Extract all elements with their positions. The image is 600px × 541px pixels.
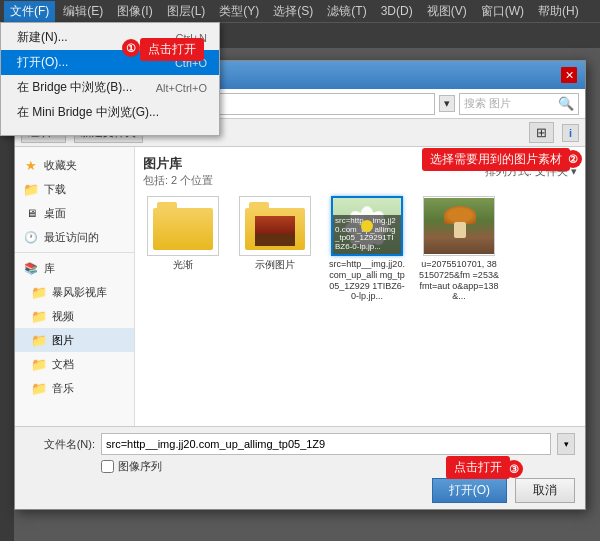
folder1-art [153,202,213,250]
annotation-3-label: 点击打开 [446,456,510,479]
sidebar-item-recent[interactable]: 🕐 最近访问的 [15,225,134,249]
menu-item-image[interactable]: 图像(I) [111,1,158,22]
search-icon: 🔍 [558,96,574,111]
annotation-2-label: 选择需要用到的图片素材 [422,148,570,171]
docs-icon: 📁 [31,356,47,372]
dialog-body: ★ 收藏夹 📁 下载 🖥 桌面 🕐 最近访问的 📚 库 📁 [15,147,585,426]
favorites-icon: ★ [23,157,39,173]
desktop-icon: 🖥 [23,205,39,221]
sidebar-item-desktop[interactable]: 🖥 桌面 [15,201,134,225]
folder2-label: 示例图片 [255,259,295,271]
annotation-1-label: 点击打开 [140,38,204,61]
sidebar-item-docs[interactable]: 📁 文档 [15,352,134,376]
menu-open-recent[interactable] [1,125,219,133]
flower-label: src=http__img.jj20.com_up_alli mg_tp05_1… [327,259,407,302]
cancel-button[interactable]: 取消 [515,478,575,503]
filename-label: 文件名(N): [25,437,95,452]
file-grid: 光渐 示例 [143,196,577,302]
menu-bridge[interactable]: 在 Bridge 中浏览(B)... Alt+Ctrl+O [1,75,219,100]
image-sequence-checkbox[interactable] [101,460,114,473]
menu-item-filter[interactable]: 滤镜(T) [321,1,372,22]
library-subtitle: 包括: 2 个位置 [143,173,213,188]
menu-bar: 文件(F) 编辑(E) 图像(I) 图层(L) 类型(Y) 选择(S) 滤镜(T… [0,0,600,22]
checkbox-label: 图像序列 [118,459,162,474]
dialog-close-button[interactable]: ✕ [561,67,577,83]
file-item-flower[interactable]: src=http__img.jj20.com_up_allimg_tp05_1Z… [327,196,407,302]
mushroom-label: u=2075510701, 385150725&fm =253&fmt=aut … [419,259,499,302]
search-box[interactable]: 搜索 图片 🔍 [459,93,579,115]
sidebar-item-library[interactable]: 📚 库 [15,256,134,280]
menu-item-3d[interactable]: 3D(D) [375,2,419,20]
action-buttons: 打开(O) 取消 [25,478,575,503]
menu-item-edit[interactable]: 编辑(E) [57,1,109,22]
folder1-thumb [147,196,219,256]
filename-dropdown-button[interactable]: ▾ [557,433,575,455]
file-item-folder1[interactable]: 光渐 [143,196,223,302]
menu-item-type[interactable]: 类型(Y) [213,1,265,22]
info-button[interactable]: i [562,124,579,142]
folder1-label: 光渐 [173,259,193,271]
dialog-sidebar: ★ 收藏夹 📁 下载 🖥 桌面 🕐 最近访问的 📚 库 📁 [15,147,135,426]
menu-item-layer[interactable]: 图层(L) [161,1,212,22]
music-icon: 📁 [31,380,47,396]
folder2-thumb [239,196,311,256]
sidebar-item-music[interactable]: 📁 音乐 [15,376,134,400]
mushroom-art [424,198,494,254]
sidebar-divider [15,252,134,253]
baofeng-icon: 📁 [31,284,47,300]
mushroom-thumb [423,196,495,256]
folder1-body [153,208,213,250]
address-dropdown-button[interactable]: ▾ [439,95,455,112]
menu-item-view[interactable]: 视图(V) [421,1,473,22]
folder2-tab [249,202,269,210]
video-icon: 📁 [31,308,47,324]
file-item-folder2[interactable]: 示例图片 [235,196,315,302]
library-title: 图片库 [143,155,213,173]
sidebar-item-downloads[interactable]: 📁 下载 [15,177,134,201]
flower-thumb: src=http__img.jj20.com_up_allimg_tp05_1Z… [331,196,403,256]
file-item-mushroom[interactable]: u=2075510701, 385150725&fm =253&fmt=aut … [419,196,499,302]
menu-mini-bridge[interactable]: 在 Mini Bridge 中浏览(G)... [1,100,219,125]
annotation-circle-1: ① [122,39,140,57]
annotation-circle-2: ② [564,150,582,168]
view-toggle-button[interactable]: ⊞ [529,122,554,143]
sidebar-item-baofeng[interactable]: 📁 暴风影视库 [15,280,134,304]
sidebar-item-pictures[interactable]: 📁 图片 [15,328,134,352]
folder2-art [245,202,305,250]
menu-item-file[interactable]: 文件(F) [4,1,55,22]
menu-item-select[interactable]: 选择(S) [267,1,319,22]
dialog-main-area: 图片库 包括: 2 个位置 排列方式: 文件夹 ▾ 光渐 [135,147,585,426]
filename-row: 文件名(N): ▾ [25,433,575,455]
sidebar-item-video[interactable]: 📁 视频 [15,304,134,328]
open-button[interactable]: 打开(O) [432,478,507,503]
library-icon: 📚 [23,260,39,276]
annotation-circle-3: ③ [505,460,523,478]
filename-input[interactable] [101,433,551,455]
menu-item-window[interactable]: 窗口(W) [475,1,530,22]
pictures-icon: 📁 [31,332,47,348]
folder2-preview [255,216,295,246]
menu-item-help[interactable]: 帮助(H) [532,1,585,22]
downloads-icon: 📁 [23,181,39,197]
sidebar-item-favorites[interactable]: ★ 收藏夹 [15,153,134,177]
recent-icon: 🕐 [23,229,39,245]
